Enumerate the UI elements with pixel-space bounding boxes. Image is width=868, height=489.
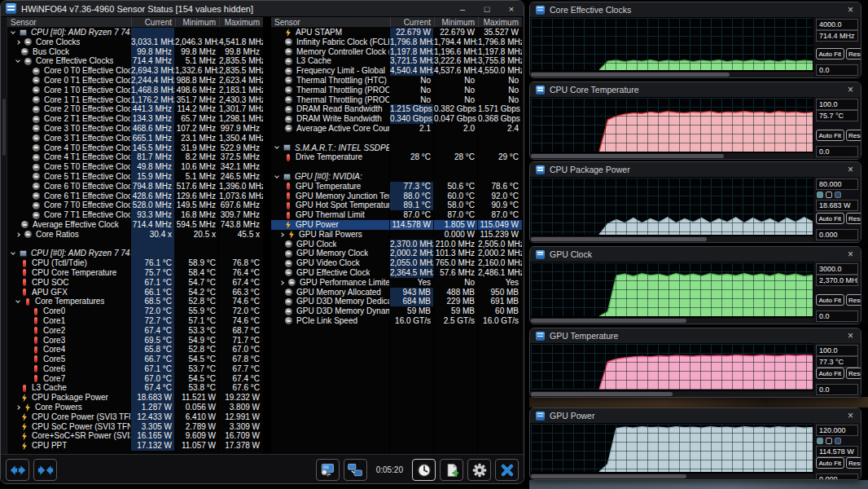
graph-min-value[interactable]: 0.0 (816, 311, 858, 322)
sensor-row[interactable]: GPU Clock2,370.0 MHz210.0 MHz2,505.0 MHz (271, 240, 522, 249)
auto-fit-button[interactable]: Auto Fit (816, 368, 844, 379)
remote-monitor-button[interactable] (344, 459, 367, 481)
sensor-row[interactable]: CPU Package Power18.683 W11.521 W19.232 … (7, 393, 263, 403)
sensor-row[interactable]: GPU Effective Clock2,364.5 MHz57.6 MHz2,… (271, 268, 522, 278)
sensor-row[interactable]: Core566.7 °C54.5 °C67.8 °C (7, 355, 263, 364)
sensor-row[interactable]: CPU PPT17.132 W11.057 W17.378 W (7, 441, 263, 451)
chevron-right-icon[interactable] (279, 232, 284, 237)
sensor-row[interactable]: Core267.4 °C53.3 °C68.7 °C (7, 326, 263, 336)
sensor-row[interactable]: GPU Thermal Limit87.0 °C87.0 °C87.0 °C (271, 210, 522, 220)
close-icon[interactable]: × (846, 162, 855, 177)
column-header-maximum[interactable]: Maximum (478, 17, 522, 27)
sensor-row[interactable]: Core072.0 °C55.9 °C72.0 °C (7, 306, 263, 316)
sensor-row[interactable]: L3 Cache3,721.5 MHz3,222.6 MHz3,755.8 MH… (271, 56, 522, 66)
graph-titlebar[interactable]: CPU Core Temperature × (530, 82, 861, 97)
sensor-row[interactable]: CPU Core Temperature75.7 °C58.4 °C76.4 °… (7, 268, 263, 278)
chevron-right-icon[interactable] (15, 40, 20, 45)
scrollbar-thumb[interactable] (531, 392, 673, 396)
sensor-row[interactable]: GPU Memory Allocated943 MB488 MB950 MB (271, 288, 522, 297)
sensor-row[interactable]: Core Powers1.287 W0.056 W3.809 W (7, 403, 263, 412)
graph-min-value[interactable]: 0.0 (816, 146, 858, 157)
graph-max-value[interactable]: 80.000 (816, 178, 858, 190)
maximize-button[interactable]: □ (475, 1, 499, 17)
color-swatch-icon[interactable] (826, 192, 832, 198)
scrollbar-thumb[interactable] (531, 73, 730, 77)
graph-min-value[interactable]: 0.0 (816, 384, 858, 395)
reset-button[interactable]: Reset (846, 294, 861, 306)
graph-scrollbar[interactable] (530, 152, 813, 159)
sensor-row[interactable]: Average Active Core Count2.12.02.4 (271, 124, 522, 134)
sensor-row[interactable]: Core 3 T1 Effective Clock665.1 MHz23.1 M… (7, 134, 263, 143)
sensor-row[interactable]: Core 2 T1 Effective Clock134.3 MHz65.7 M… (7, 114, 263, 124)
sensor-row[interactable]: GPU Power114.578 W1.805 W115.049 W (271, 220, 522, 230)
scrollbar-thumb[interactable] (531, 154, 724, 158)
graph-max-value[interactable]: 120.000 (816, 425, 858, 436)
sensor-row[interactable]: CPU SOC67.1 °C54.7 °C67.4 °C (7, 278, 263, 288)
sensor-row[interactable]: Core172.7 °C57.1 °C74.6 °C (7, 316, 263, 326)
auto-fit-button[interactable]: Auto Fit (816, 457, 844, 469)
sensor-row[interactable]: Core 2 T0 Effective Clock441.3 MHz114.2 … (7, 104, 263, 114)
reset-button[interactable]: Reset (846, 213, 861, 224)
chevron-right-icon[interactable] (15, 405, 20, 410)
sensor-row[interactable]: GPU Rail Powers0.000 W115.239 W (271, 230, 522, 240)
graph-min-value[interactable]: 0.000 (816, 474, 858, 480)
sensor-row[interactable]: Core 4 T1 Effective Clock81.7 MHz8.2 MHz… (7, 152, 263, 162)
chevron-down-icon[interactable] (11, 29, 15, 34)
reset-clock-button[interactable] (412, 459, 436, 481)
auto-fit-button[interactable]: Auto Fit (816, 130, 844, 141)
sensor-group-row[interactable]: CPU [#0]: AMD Ryzen 7 7435HS (7, 28, 263, 37)
chevron-down-icon[interactable] (274, 145, 279, 150)
collapse-all-button[interactable] (33, 459, 57, 481)
close-icon[interactable]: × (846, 328, 855, 343)
sensor-row[interactable]: Thermal Throttling (PROCHOT CPU)NoNoNo (271, 86, 522, 95)
column-header-row[interactable]: Sensor Current Minimum Maximum (271, 17, 522, 28)
sensor-row[interactable]: Drive Temperature28 °C28 °C29 °C (271, 152, 522, 162)
sensor-row[interactable]: GPU Performance LimitersYesNoYes (271, 278, 522, 288)
logging-button[interactable] (440, 459, 463, 481)
color-swatch-icon[interactable] (826, 438, 832, 444)
scrollbar-thumb[interactable] (531, 319, 686, 323)
scrollbar-thumb[interactable] (531, 237, 707, 241)
sensor-row[interactable]: Core369.5 °C54.9 °C71.7 °C (7, 336, 263, 346)
sensor-row[interactable]: Memory Controller Clock (UCLK)1,197.8 MH… (271, 47, 522, 57)
column-header-sensor[interactable]: Sensor (7, 17, 131, 27)
reset-button[interactable]: Reset (846, 457, 861, 469)
graph-titlebar[interactable]: GPU Clock × (530, 247, 861, 262)
sensor-row[interactable]: GPU D3D Memory Dedicated684 MB229 MB691 … (271, 297, 522, 306)
graph-max-value[interactable]: 4000.0 (816, 19, 858, 30)
sensor-group-row[interactable]: S.M.A.R.T.: INTEL SSDPEKNU512... (271, 143, 522, 153)
graph-max-value[interactable]: 100.0 (816, 345, 858, 356)
graph-scrollbar[interactable] (530, 317, 813, 324)
sensor-row[interactable]: Core 5 T1 Effective Clock15.9 MHz5.1 MHz… (7, 172, 263, 182)
minimize-button[interactable]: – (450, 1, 475, 17)
sensor-row[interactable]: GPU Temperature77.3 °C50.6 °C78.6 °C (271, 182, 522, 192)
chevron-down-icon[interactable] (15, 58, 20, 63)
scrollbar-thumb[interactable] (531, 474, 686, 478)
sensor-row[interactable]: Core 0 T1 Effective Clock2,244.4 MHz988.… (7, 76, 263, 86)
chevron-right-icon[interactable] (279, 280, 284, 285)
graph-scrollbar[interactable] (530, 473, 813, 479)
sensor-row[interactable]: Core 1 T1 Effective Clock1,176.2 MHz351.… (7, 95, 263, 105)
column-header-sensor[interactable]: Sensor (271, 17, 390, 27)
sensor-row[interactable]: DRAM Read Bandwidth1.215 Gbps0.382 Gbps1… (271, 104, 522, 114)
sensor-row[interactable]: Core 0 T0 Effective Clock2,694.3 MHz1,33… (7, 66, 263, 76)
close-window-button[interactable]: × (499, 1, 524, 17)
system-summary-button[interactable] (316, 459, 340, 481)
color-swatch-icon[interactable] (835, 438, 841, 444)
sensor-row[interactable]: Core Ratios30.4 x20.5 x45.5 x (7, 230, 263, 240)
window-titlebar[interactable]: HWiNFO64 v7.36-4960 Sensor Status [154 v… (1, 1, 524, 17)
sensor-row[interactable]: Average Effective Clock714.4 MHz594.5 MH… (7, 220, 263, 230)
graph-max-value[interactable]: 3000.0 (816, 263, 858, 275)
graph-titlebar[interactable]: GPU Temperature × (530, 328, 861, 343)
sensor-row[interactable]: Core 6 T0 Effective Clock794.8 MHz517.6 … (7, 182, 263, 192)
sensor-row[interactable]: Core667.1 °C53.7 °C67.7 °C (7, 364, 263, 374)
close-icon[interactable]: × (846, 408, 855, 423)
graph-titlebar[interactable]: GPU Power × (530, 408, 861, 423)
sensor-row[interactable]: Core+SoC+SR Power (SVI3 TFN)16.165 W9.60… (7, 431, 263, 441)
graph-min-value[interactable]: 0.0 (816, 64, 858, 76)
sensor-row[interactable]: Thermal Throttling (HTC)NoNoNo (271, 76, 522, 86)
sensor-row[interactable]: Infinity Fabric Clock (FCLK)1,796.8 MHz1… (271, 37, 522, 47)
auto-fit-button[interactable]: Auto Fit (816, 48, 844, 59)
expand-all-button[interactable] (6, 459, 29, 481)
close-icon[interactable]: × (846, 247, 855, 262)
